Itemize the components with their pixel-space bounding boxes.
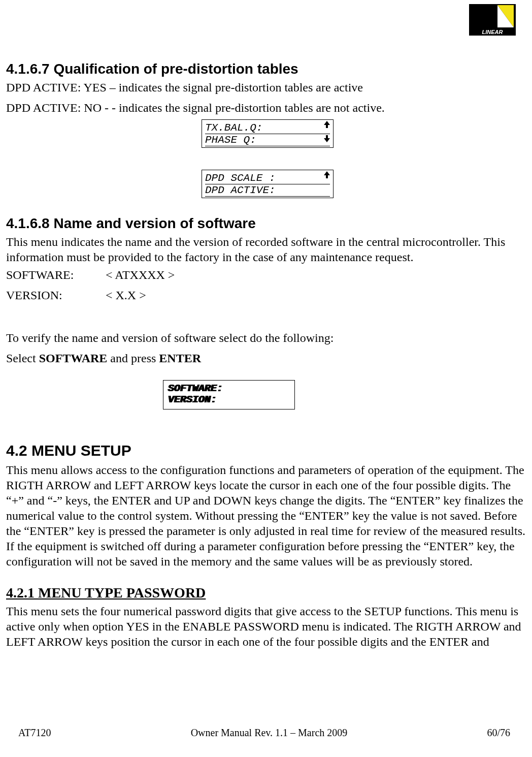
paragraph-dpd-active-no: DPD ACTIVE: NO - - indicates the signal … [6, 100, 385, 115]
lcd-line-overlay: SOFTWARE: [169, 383, 223, 395]
heading-4-1-6-7: 4.1.6.7 Qualification of pre-distortion … [6, 61, 298, 77]
bold-enter: ENTER [159, 352, 201, 365]
lcd-line-overlay: VERSION: [169, 394, 217, 406]
version-label: VERSION: [6, 289, 103, 302]
text: Select [6, 352, 39, 365]
heading-4-2-1: 4.2.1 MENU TYPE PASSWORD [6, 585, 206, 601]
paragraph-menu-setup-desc: This menu allows access to the configura… [6, 462, 526, 569]
svg-marker-5 [324, 135, 330, 142]
software-definition: SOFTWARE: < ATXXXX > [6, 268, 175, 282]
heading-4-1-6-8: 4.1.6.8 Name and version of software [6, 215, 256, 232]
paragraph-verify: To verify the name and version of softwa… [6, 330, 334, 345]
footer-page-number: 60/76 [487, 727, 510, 739]
software-label: SOFTWARE: [6, 268, 103, 282]
lcd-display-tx-bal: TX.BAL.Q: PHASE Q: [202, 119, 334, 148]
heading-4-2: 4.2 MENU SETUP [6, 442, 131, 459]
paragraph-type-password-desc: This menu sets the four numerical passwo… [6, 604, 528, 649]
brand-logo: LINEAR [469, 4, 516, 36]
lcd-line: DPD SCALE : [205, 172, 276, 184]
version-definition: VERSION: < X.X > [6, 289, 146, 302]
lcd-display-software: SOFTWARE: SOFTWARE: SOFTWARE: VERSION: V… [163, 380, 295, 409]
bold-software: SOFTWARE [39, 352, 108, 365]
document-page: LINEAR 4.1.6.7 Qualification of pre-dist… [0, 0, 532, 757]
svg-marker-6 [324, 171, 330, 178]
brand-text: LINEAR [482, 29, 503, 35]
text: and press [107, 352, 159, 365]
version-value: < X.X > [106, 289, 146, 302]
lcd-line: DPD ACTIVE: [205, 184, 276, 196]
page-footer: AT7120 Owner Manual Rev. 1.1 – March 200… [0, 727, 532, 739]
arrow-up-icon [324, 121, 331, 128]
footer-model: AT7120 [18, 727, 51, 739]
lcd-line: PHASE Q: [205, 134, 256, 146]
paragraph-select-software: Select SOFTWARE and press ENTER [6, 351, 201, 366]
software-value: < ATXXXX > [106, 268, 175, 281]
paragraph-software-desc: This menu indicates the name and the ver… [6, 234, 520, 265]
lcd-display-dpd: DPD SCALE : DPD ACTIVE: [202, 170, 334, 198]
lcd-line: TX.BAL.Q: [205, 122, 262, 134]
footer-title: Owner Manual Rev. 1.1 – March 2009 [191, 727, 348, 739]
paragraph-dpd-active-yes: DPD ACTIVE: YES – indicates the signal p… [6, 80, 363, 95]
arrow-up-icon [324, 171, 331, 178]
svg-marker-4 [324, 121, 330, 128]
arrow-down-icon [324, 135, 331, 142]
